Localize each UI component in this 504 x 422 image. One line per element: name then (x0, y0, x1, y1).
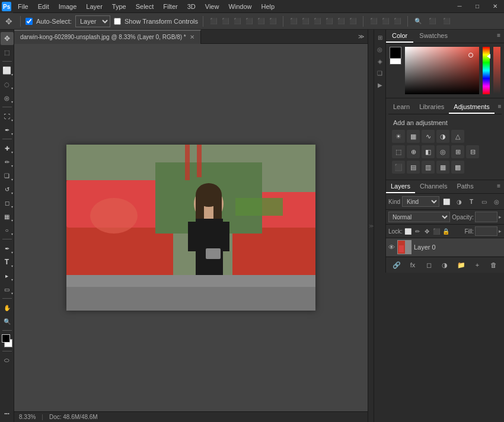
tab-paths[interactable]: Paths (452, 180, 479, 193)
fill-input[interactable]: 100% (475, 226, 497, 236)
more-tools-btn[interactable]: ••• (1, 407, 14, 420)
exposure-adj-icon[interactable]: ◑ (436, 130, 449, 143)
menu-view[interactable]: View (200, 0, 224, 13)
dist-top-icon[interactable]: ⬛ (324, 16, 334, 27)
quick-mask-btn[interactable]: ⬭ (1, 354, 14, 367)
menu-3d[interactable]: 3D (183, 0, 200, 13)
lock-pixels-icon[interactable]: ⬜ (404, 227, 412, 235)
crop-tool[interactable]: ⛶ ▾ (1, 110, 14, 123)
maximize-button[interactable]: □ (468, 0, 486, 13)
shape-filter-icon[interactable]: ▭ (479, 196, 489, 207)
transform-2-icon[interactable]: ⬛ (380, 16, 391, 27)
adjustments-menu[interactable]: ≡ (495, 101, 504, 114)
tab-channels[interactable]: Channels (415, 180, 452, 193)
workspace-icon[interactable]: ⬛ (441, 16, 452, 27)
dist-right-icon[interactable]: ⬛ (312, 16, 323, 27)
dist-left-icon[interactable]: ⬛ (288, 16, 299, 27)
color-panel-menu[interactable]: ≡ (493, 30, 504, 43)
adjustment-filter-icon[interactable]: ◑ (454, 196, 464, 207)
canvas-container[interactable] (14, 44, 368, 411)
hand-tool[interactable]: ✋ (1, 301, 14, 314)
eyedropper-tool[interactable]: ✒ ▾ (1, 123, 14, 136)
add-mask-icon[interactable]: ◻ (423, 260, 435, 270)
blend-mode-select[interactable]: Normal (388, 212, 450, 222)
link-layers-icon[interactable]: 🔗 (391, 260, 403, 270)
marquee-tool[interactable]: ⬜ ▾ (1, 64, 14, 77)
align-bottom-icon[interactable]: ⬛ (267, 16, 278, 27)
tab-adjustments[interactable]: Adjustments (449, 101, 495, 114)
align-right-icon[interactable]: ⬛ (232, 16, 243, 27)
panel-icon-2[interactable]: ◎ (375, 44, 385, 55)
tab-layers[interactable]: Layers (386, 180, 415, 193)
menu-image[interactable]: Image (54, 0, 82, 13)
align-left-icon[interactable]: ⬛ (208, 16, 219, 27)
healing-tool[interactable]: ✚ ▾ (1, 142, 14, 155)
tab-learn[interactable]: Learn (388, 101, 414, 114)
layer-select[interactable]: Layer Group (75, 15, 110, 27)
brush-tool[interactable]: ✏ ▾ (1, 155, 14, 168)
path-select-tool[interactable]: ▸ ▾ (1, 269, 14, 282)
transform-1-icon[interactable]: ⬛ (368, 16, 379, 27)
panel-icon-1[interactable]: ⊞ (375, 32, 385, 43)
eraser-tool[interactable]: ◻ ▾ (1, 196, 14, 209)
menu-filter[interactable]: Filter (158, 0, 182, 13)
opacity-input[interactable]: 100% (475, 212, 497, 222)
hue-slider[interactable] (483, 47, 490, 94)
alpha-slider[interactable] (493, 47, 500, 94)
layer-row[interactable]: 👁 Layer 0 (386, 238, 504, 257)
align-top-icon[interactable]: ⬛ (244, 16, 254, 27)
layers-menu[interactable]: ≡ (493, 180, 504, 193)
tab-color[interactable]: Color (386, 30, 413, 43)
vibrance-adj-icon[interactable]: △ (451, 130, 464, 143)
view-extras-icon[interactable]: ⬛ (427, 16, 438, 27)
color-gradient[interactable] (405, 47, 479, 94)
create-adjustment-icon[interactable]: ◑ (439, 260, 451, 270)
photo-filter-adj-icon[interactable]: ◎ (436, 145, 449, 158)
menu-window[interactable]: Window (224, 0, 256, 13)
auto-select-checkbox[interactable] (25, 18, 33, 25)
history-tool[interactable]: ↺ ▾ (1, 183, 14, 196)
dist-center-icon[interactable]: ⬛ (300, 16, 311, 27)
fill-arrow[interactable]: ▸ (499, 228, 502, 234)
quick-select-tool[interactable]: ◎ ▾ (1, 91, 14, 104)
foreground-swatch[interactable] (390, 47, 401, 59)
color-balance-adj-icon[interactable]: ⊕ (407, 145, 420, 158)
pixel-filter-icon[interactable]: ⬜ (441, 196, 452, 207)
close-button[interactable]: ✕ (486, 0, 504, 13)
panel-icon-3[interactable]: ◈ (375, 56, 385, 66)
color-lookup-adj-icon[interactable]: ⊟ (466, 145, 479, 158)
show-transform-checkbox[interactable] (114, 18, 121, 25)
channel-mixer-adj-icon[interactable]: ⊞ (451, 145, 464, 158)
rectangle-tool[interactable]: ▭ ▾ (1, 283, 14, 296)
type-filter-icon[interactable]: T (466, 196, 477, 207)
gradient-tool[interactable]: ▦ ▾ (1, 210, 14, 223)
clone-tool[interactable]: ❏ ▾ (1, 169, 14, 182)
layer-effects-icon[interactable]: fx (407, 260, 419, 270)
hsl-adj-icon[interactable]: ⬚ (392, 145, 405, 158)
posterize-adj-icon[interactable]: ▤ (407, 161, 420, 174)
add-group-icon[interactable]: 📁 (455, 260, 467, 270)
move-tool[interactable]: ✥ (1, 32, 14, 45)
lock-all-icon[interactable]: 🔒 (442, 227, 450, 235)
panel-collapse-strip[interactable]: ≫ (368, 30, 374, 422)
lock-artboard-icon[interactable]: ⬛ (432, 227, 441, 235)
menu-file[interactable]: File (13, 0, 33, 13)
opacity-arrow[interactable]: ▸ (499, 214, 502, 220)
menu-help[interactable]: Help (257, 0, 280, 13)
invert-adj-icon[interactable]: ⬛ (392, 161, 405, 174)
menu-select[interactable]: Select (131, 0, 159, 13)
color-selector[interactable] (468, 53, 473, 57)
tab-libraries[interactable]: Libraries (414, 101, 449, 114)
minimize-button[interactable]: ─ (451, 0, 468, 13)
tab-swatches[interactable]: Swatches (413, 30, 454, 43)
levels-adj-icon[interactable]: ▦ (407, 130, 420, 143)
align-center-icon[interactable]: ⬛ (220, 16, 231, 27)
bw-adj-icon[interactable]: ◧ (422, 145, 435, 158)
dist-mid-icon[interactable]: ⬛ (336, 16, 346, 27)
dist-bot-icon[interactable]: ⬛ (347, 16, 358, 27)
transform-3-icon[interactable]: ⬛ (392, 16, 403, 27)
panel-icon-5[interactable]: ▶ (375, 79, 385, 90)
layer-visibility-toggle[interactable]: 👁 (388, 244, 395, 251)
artboard-tool[interactable]: ⬚ (1, 46, 14, 59)
lock-position-icon[interactable]: ✥ (423, 227, 431, 235)
